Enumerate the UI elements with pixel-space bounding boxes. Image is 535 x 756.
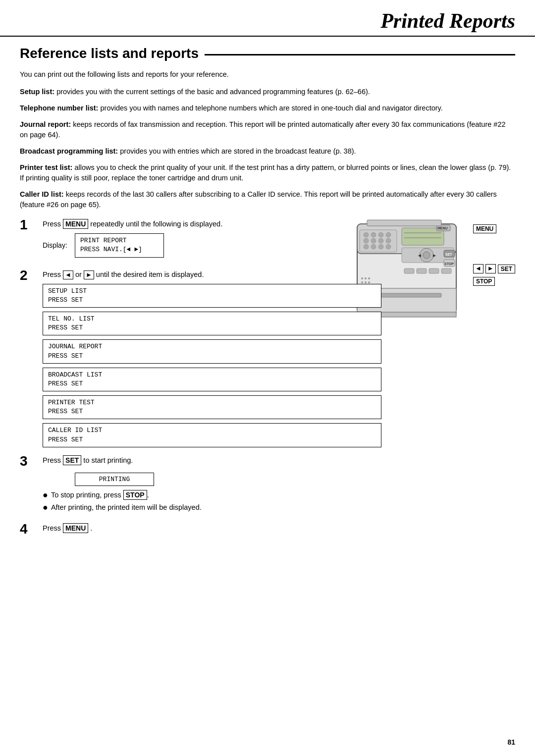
lcd-journal-1: JOURNAL REPORT xyxy=(48,342,376,351)
step-1: 1 Press MENU repeatedly until the follow… xyxy=(20,219,381,261)
step-1-display-row: Display: PRINT REPORT PRESS NAVI.[◄ ►] xyxy=(43,233,381,257)
svg-rect-40 xyxy=(417,269,427,273)
desc-broadcast: Broadcast programming list: provides you… xyxy=(20,146,515,157)
step-1-content: Press MENU repeatedly until the followin… xyxy=(43,219,381,261)
desc-telno: Telephone number list: provides you with… xyxy=(20,103,515,113)
step3-text1: Press xyxy=(43,456,63,464)
lcd-caller-2: PRESS SET xyxy=(48,435,376,444)
step-4-number: 4 xyxy=(20,522,38,536)
term-telno: Telephone number list: xyxy=(20,104,98,112)
svg-text:STOP: STOP xyxy=(444,262,454,266)
lcd-telno: TEL NO. LIST PRESS SET xyxy=(43,312,381,335)
desc-telno-text: provides you with names and telephone nu… xyxy=(100,104,442,112)
display-label-1: Display: xyxy=(43,241,70,249)
step-2: 2 Press ◄ or ► until the desired item is… xyxy=(20,270,381,447)
svg-rect-42 xyxy=(441,269,451,273)
svg-point-13 xyxy=(386,238,391,243)
device-stop-label-container: STOP xyxy=(473,275,495,286)
bullet-after-text: After printing, the printed item will be… xyxy=(51,502,202,513)
svg-point-17 xyxy=(386,244,391,249)
svg-rect-39 xyxy=(404,269,414,273)
page-number: 81 xyxy=(507,738,515,746)
stop-button-ref: STOP xyxy=(123,490,147,500)
device-right-arrow: ► xyxy=(485,264,496,273)
step-3: 3 Press SET to start printing. PRINTING … xyxy=(20,455,381,515)
term-callerid: Caller ID list: xyxy=(20,190,64,198)
lcd-setup-2: PRESS SET xyxy=(48,296,376,305)
desc-setup: Setup list: provides you with the curren… xyxy=(20,87,515,97)
lcd-caller-1: CALLER ID LIST xyxy=(48,426,376,435)
term-broadcast: Broadcast programming list: xyxy=(20,147,118,155)
lcd-printertest: PRINTER TEST PRESS SET xyxy=(43,395,381,419)
term-setup: Setup list: xyxy=(20,88,54,96)
device-labels: MENU ◄ ► SET STOP xyxy=(473,224,515,286)
step-1-text: Press MENU repeatedly until the followin… xyxy=(43,219,381,229)
desc-callerid-text: keeps records of the last 30 callers aft… xyxy=(20,190,497,209)
bullet-stop-text: To stop printing, press STOP. xyxy=(51,490,149,500)
desc-setup-text: provides you with the current settings o… xyxy=(56,88,370,96)
desc-printer-text: allows you to check the print quality of… xyxy=(20,163,511,182)
step-2-displays: SETUP LIST PRESS SET TEL NO. LIST PRESS … xyxy=(43,284,381,447)
lcd-broadcast: BROADCAST LIST PRESS SET xyxy=(43,368,381,391)
step4-text1: Press xyxy=(43,524,63,532)
step4-text2: . xyxy=(90,524,92,532)
lcd-line1: PRINT REPORT xyxy=(80,236,159,245)
step-2-text: Press ◄ or ► until the desired item is d… xyxy=(43,270,381,280)
menu-button-ref-1: MENU xyxy=(63,219,88,229)
svg-rect-41 xyxy=(429,269,439,273)
device-menu-label-container: MENU xyxy=(473,224,496,234)
menu-button-ref-4: MENU xyxy=(63,523,88,533)
lcd-callerid: CALLER ID LIST PRESS SET xyxy=(43,423,381,447)
step-4: 4 Press MENU . xyxy=(20,523,381,538)
printing-lcd: PRINTING xyxy=(75,473,154,486)
intro-paragraph: You can print out the following lists an… xyxy=(20,69,515,80)
step-2-content: Press ◄ or ► until the desired item is d… xyxy=(43,270,381,447)
bullet-dot-1: ● xyxy=(43,490,48,501)
term-printer: Printer test list: xyxy=(20,163,72,171)
svg-text:MENU: MENU xyxy=(437,226,448,230)
desc-callerid: Caller ID list: keeps records of the las… xyxy=(20,189,515,210)
left-arrow-btn: ◄ xyxy=(63,270,73,280)
lcd-line2: PRESS NAVI.[◄ ►] xyxy=(80,245,159,254)
heading-rule xyxy=(205,54,515,55)
step2-text1: Press xyxy=(43,270,63,278)
step-3-content: Press SET to start printing. PRINTING ● … xyxy=(43,455,381,515)
section-title: Reference lists and reports xyxy=(20,46,199,61)
step1-text1: Press xyxy=(43,220,63,228)
step-4-text: Press MENU . xyxy=(43,523,381,534)
svg-text:◄: ◄ xyxy=(417,253,422,258)
desc-journal: Journal report: keeps records of fax tra… xyxy=(20,119,515,140)
lcd-printer-1: PRINTER TEST xyxy=(48,398,376,407)
set-button-ref: SET xyxy=(63,455,81,465)
device-nav-labels: ◄ ► SET xyxy=(473,264,515,273)
step-2-number: 2 xyxy=(20,269,38,282)
lcd-broadcast-2: PRESS SET xyxy=(48,379,376,388)
lcd-journal: JOURNAL REPORT PRESS SET xyxy=(43,339,381,363)
desc-broadcast-text: provides you with entries which are stor… xyxy=(120,147,356,155)
steps-left: 1 Press MENU repeatedly until the follow… xyxy=(20,219,381,545)
step-1-number: 1 xyxy=(20,218,38,232)
desc-printer: Printer test list: allows you to check t… xyxy=(20,162,515,183)
bullet-after: ● After printing, the printed item will … xyxy=(43,502,381,513)
lcd-setup-1: SETUP LIST xyxy=(48,287,376,296)
right-arrow-btn: ► xyxy=(84,270,94,280)
page-header: Printed Reports xyxy=(0,0,535,37)
step-3-text: Press SET to start printing. xyxy=(43,455,381,466)
term-journal: Journal report: xyxy=(20,120,71,128)
device-menu-label: MENU xyxy=(473,224,496,233)
main-content: You can print out the following lists an… xyxy=(0,69,535,545)
device-set-label: SET xyxy=(498,265,515,273)
steps-device-layout: 1 Press MENU repeatedly until the follow… xyxy=(20,219,515,545)
device-left-arrow: ◄ xyxy=(473,264,483,273)
step-1-lcd: PRINT REPORT PRESS NAVI.[◄ ►] xyxy=(75,233,164,257)
device-wrapper: ◄ ► SET STOP MENU xyxy=(386,219,515,369)
step-3-bullets: ● To stop printing, press STOP. ● After … xyxy=(43,490,381,513)
bullet-dot-2: ● xyxy=(43,502,48,513)
section-heading: Reference lists and reports xyxy=(20,46,515,61)
svg-point-20 xyxy=(423,252,430,259)
step-4-content: Press MENU . xyxy=(43,523,381,538)
lcd-printer-2: PRESS SET xyxy=(48,407,376,416)
lcd-telno-2: PRESS SET xyxy=(48,324,376,332)
step2-text2: until the desired item is displayed. xyxy=(96,270,204,278)
lcd-telno-1: TEL NO. LIST xyxy=(48,315,376,324)
